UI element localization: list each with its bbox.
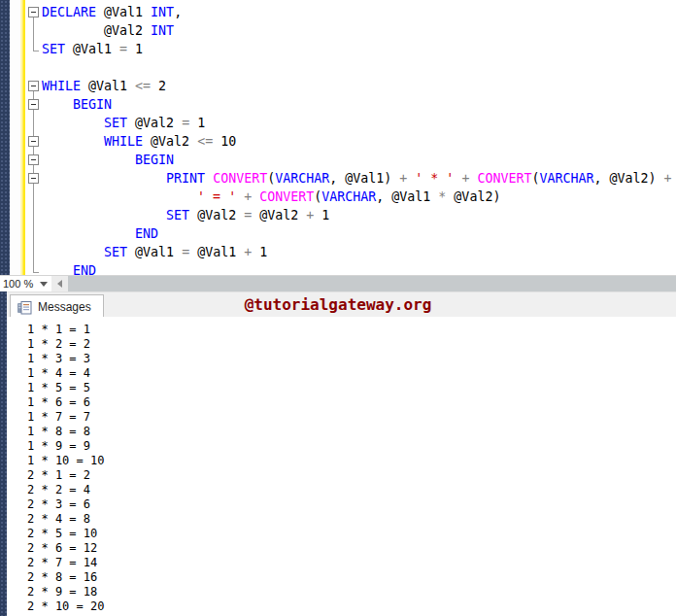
message-line: 2 * 8 = 16 <box>27 570 676 585</box>
window-edge-strip <box>0 0 10 275</box>
fold-collapse-toggle[interactable] <box>25 151 42 169</box>
message-line: 2 * 3 = 6 <box>27 497 676 512</box>
code-line: END <box>42 261 676 275</box>
fold-marker <box>25 58 42 77</box>
editor-status-scroll-row: 100 % <box>0 275 676 291</box>
minus-box-icon <box>28 173 39 184</box>
code-line <box>42 58 676 77</box>
message-line: 1 * 9 = 9 <box>27 439 676 454</box>
message-line: 1 * 7 = 7 <box>27 410 676 425</box>
horizontal-scrollbar-track[interactable] <box>68 276 676 291</box>
message-line: 1 * 2 = 2 <box>27 337 676 352</box>
message-line: 2 * 4 = 8 <box>27 512 676 527</box>
message-line: 2 * 1 = 2 <box>27 468 676 483</box>
minus-box-icon <box>28 7 39 17</box>
fold-marker <box>25 188 42 206</box>
code-line: ' = ' + CONVERT(VARCHAR, @Val1 * @Val2) <box>42 188 676 206</box>
message-line: 1 * 3 = 3 <box>27 352 676 366</box>
fold-collapse-toggle[interactable] <box>25 77 42 95</box>
selection-margin <box>10 0 20 275</box>
zoom-dropdown[interactable]: 100 % <box>0 276 51 291</box>
code-line: SET @Val1 = @Val1 + 1 <box>42 243 676 261</box>
code-line: SET @Val2 = 1 <box>42 114 676 132</box>
code-line: SET @Val2 = @Val2 + 1 <box>42 206 676 224</box>
zoom-level-label: 100 % <box>3 278 33 290</box>
code-line: BEGIN <box>42 95 676 114</box>
messages-output[interactable]: 1 * 1 = 11 * 2 = 21 * 3 = 31 * 4 = 41 * … <box>7 317 676 616</box>
fold-marker <box>25 261 42 275</box>
fold-marker <box>25 206 42 224</box>
fold-marker <box>25 21 42 40</box>
tab-messages[interactable]: Messages <box>10 294 104 318</box>
code-line: WHILE @Val1 <= 2 <box>42 77 676 95</box>
minus-box-icon <box>28 154 39 165</box>
message-line: 2 * 2 = 4 <box>27 483 676 497</box>
code-line: END <box>42 224 676 243</box>
message-line: 1 * 6 = 6 <box>27 395 676 410</box>
message-line: 2 * 5 = 10 <box>27 527 676 541</box>
fold-marker <box>25 243 42 261</box>
fold-collapse-toggle[interactable] <box>25 3 42 21</box>
tab-messages-label: Messages <box>38 300 91 314</box>
scroll-left-button[interactable] <box>51 276 68 291</box>
message-line: 2 * 10 = 20 <box>27 599 676 614</box>
code-line: DECLARE @Val1 INT, <box>42 3 676 21</box>
fold-marker <box>25 40 42 58</box>
fold-marker <box>25 114 42 132</box>
message-line: 1 * 1 = 1 <box>27 323 676 337</box>
minus-box-icon <box>28 99 39 110</box>
message-line: 1 * 4 = 4 <box>27 366 676 381</box>
code-line: WHILE @Val2 <= 10 <box>42 132 676 151</box>
arrow-left-icon <box>57 280 62 288</box>
fold-marker <box>25 224 42 243</box>
code-line: BEGIN <box>42 151 676 169</box>
code-lines[interactable]: DECLARE @Val1 INT, @Val2 INTSET @Val1 = … <box>42 3 676 275</box>
ssms-window: DECLARE @Val1 INT, @Val2 INTSET @Val1 = … <box>0 0 676 616</box>
query-editor[interactable]: DECLARE @Val1 INT, @Val2 INTSET @Val1 = … <box>0 0 676 275</box>
message-line: 1 * 10 = 10 <box>27 454 676 468</box>
messages-icon <box>17 299 32 315</box>
message-line: 1 * 8 = 8 <box>27 425 676 439</box>
minus-box-icon <box>28 81 39 91</box>
results-tab-strip: Messages @tutorialgateway.org <box>0 291 676 317</box>
chevron-down-icon <box>40 282 48 287</box>
fold-collapse-toggle[interactable] <box>25 95 42 114</box>
window-edge-strip <box>0 291 7 616</box>
code-line: SET @Val1 = 1 <box>42 40 676 58</box>
code-line: PRINT CONVERT(VARCHAR, @Val1) + ' * ' + … <box>42 169 676 188</box>
fold-collapse-toggle[interactable] <box>25 132 42 151</box>
fold-column <box>25 3 42 275</box>
fold-collapse-toggle[interactable] <box>25 169 42 188</box>
message-line: 2 * 9 = 18 <box>27 585 676 599</box>
message-line: 2 * 7 = 14 <box>27 556 676 570</box>
code-line: @Val2 INT <box>42 21 676 40</box>
message-line: 1 * 5 = 5 <box>27 381 676 395</box>
message-line: 2 * 6 = 12 <box>27 541 676 556</box>
minus-box-icon <box>28 136 39 147</box>
